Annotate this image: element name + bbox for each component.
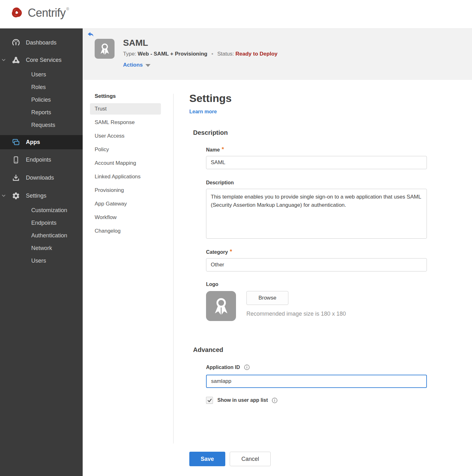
advanced-section-heading: Advanced: [193, 346, 429, 354]
name-input[interactable]: [206, 156, 427, 169]
subnav-item-user-access[interactable]: User Access: [90, 130, 161, 142]
sidebar-item-endpoints[interactable]: Endpoints: [0, 152, 83, 167]
sidebar-item-customization[interactable]: Customization: [0, 204, 83, 217]
sidebar-item-reports[interactable]: Reports: [0, 106, 83, 119]
sidebar-item-label: Downloads: [26, 175, 54, 181]
app-title: SAML: [123, 38, 277, 48]
topbar: Centrify ®: [0, 0, 472, 28]
chevron-down-icon: [2, 58, 6, 62]
sidebar-item-apps[interactable]: Apps: [0, 135, 83, 149]
settings-subnav: Settings Trust SAML Response User Access…: [90, 93, 161, 239]
save-button[interactable]: Save: [189, 452, 225, 466]
sidebar-item-network[interactable]: Network: [0, 242, 83, 254]
download-icon: [11, 174, 20, 182]
subnav-item-workflow[interactable]: Workflow: [90, 212, 161, 223]
caret-down-icon: [145, 64, 150, 67]
sidebar-item-roles[interactable]: Roles: [0, 81, 83, 93]
sidebar-item-dashboards[interactable]: Dashboards: [0, 35, 83, 50]
show-in-user-app-list-checkbox[interactable]: [206, 397, 213, 404]
sidebar-item-label: Settings: [26, 193, 46, 199]
required-marker: *: [230, 249, 232, 254]
settings-submenu: Customization Endpoints Authentication N…: [0, 203, 83, 267]
sidebar-item-endpoints-settings[interactable]: Endpoints: [0, 217, 83, 229]
actions-label: Actions: [123, 62, 143, 68]
actions-dropdown[interactable]: Actions: [123, 62, 277, 68]
category-label: Category *: [206, 249, 429, 255]
sidebar-item-label: Core Services: [26, 57, 62, 63]
sidebar-item-settings[interactable]: Settings: [0, 188, 83, 203]
sidebar-item-label: Apps: [26, 139, 40, 146]
status-badge: Ready to Deploy: [235, 51, 277, 57]
required-marker: *: [222, 147, 224, 152]
logo-preview: [206, 291, 236, 321]
page-title: Settings: [189, 92, 429, 104]
subnav-item-provisioning[interactable]: Provisioning: [90, 185, 161, 196]
description-label: Description: [206, 180, 429, 186]
apps-icon: [11, 138, 20, 146]
subnav-item-account-mapping[interactable]: Account Mapping: [90, 158, 161, 169]
app-logo-tile: [95, 39, 115, 59]
gauge-icon: [11, 39, 20, 47]
brand: Centrify ®: [8, 4, 69, 22]
brand-name: Centrify: [28, 6, 66, 20]
sidebar-item-users[interactable]: Users: [0, 68, 83, 81]
application-id-label: Application ID: [206, 364, 429, 370]
learn-more-link[interactable]: Learn more: [189, 109, 217, 115]
subnav-item-policy[interactable]: Policy: [90, 144, 161, 155]
brand-trademark: ®: [66, 7, 69, 11]
logo-hint: Recommended image size is 180 x 180: [246, 311, 346, 317]
sidebar-item-downloads[interactable]: Downloads: [0, 170, 83, 185]
sidebar-item-authentication[interactable]: Authentication: [0, 229, 83, 242]
app-meta: Type: Web - SAML + Provisioning • Status…: [123, 51, 277, 57]
show-in-user-app-list-label: Show in user app list: [217, 397, 268, 403]
info-icon[interactable]: [244, 364, 250, 370]
sidebar-item-requests[interactable]: Requests: [0, 119, 83, 131]
subnav-item-saml-response[interactable]: SAML Response: [90, 117, 161, 128]
page: Centrify ® Dashboards: [0, 0, 472, 476]
cancel-button[interactable]: Cancel: [230, 452, 271, 466]
description-textarea[interactable]: This template enables you to provide sin…: [206, 189, 427, 239]
app-header: SAML Type: Web - SAML + Provisioning • S…: [83, 28, 472, 80]
subnav-item-linked-applications[interactable]: Linked Applications: [90, 171, 161, 182]
main-content: Settings Learn more Description Name * D…: [189, 92, 429, 466]
name-label: Name *: [206, 147, 429, 153]
phone-icon: [11, 156, 20, 164]
browse-button[interactable]: Browse: [246, 291, 288, 305]
vertical-divider: [173, 94, 174, 443]
back-arrow-icon[interactable]: [87, 31, 94, 38]
sidebar-item-label: Endpoints: [26, 157, 51, 163]
sidebar-item-label: Dashboards: [26, 39, 56, 46]
category-input[interactable]: [206, 258, 427, 271]
subnav-item-trust[interactable]: Trust: [90, 103, 161, 115]
chevron-down-icon: [2, 194, 6, 198]
sidebar: Dashboards Core Services Users Roles Pol…: [0, 28, 83, 476]
sidebar-item-policies[interactable]: Policies: [0, 93, 83, 106]
core-services-icon: [11, 56, 20, 64]
centrify-logo-icon: [8, 4, 25, 22]
check-icon: [207, 398, 212, 403]
ribbon-icon: [97, 42, 112, 56]
meta-separator: •: [211, 51, 213, 57]
logo-label: Logo: [206, 282, 429, 287]
type-label: Type:: [123, 51, 136, 57]
ribbon-icon: [210, 295, 232, 317]
subnav-item-changelog[interactable]: Changelog: [90, 225, 161, 237]
sidebar-item-core-services[interactable]: Core Services: [0, 52, 83, 68]
type-value: Web - SAML + Provisioning: [138, 51, 207, 57]
gear-icon: [11, 192, 20, 200]
subnav-heading: Settings: [90, 93, 161, 103]
sidebar-item-users-settings[interactable]: Users: [0, 254, 83, 267]
subnav-item-app-gateway[interactable]: App Gateway: [90, 198, 161, 210]
application-id-input[interactable]: [206, 375, 427, 388]
core-services-submenu: Users Roles Policies Reports Requests: [0, 68, 83, 131]
info-icon[interactable]: [272, 397, 278, 403]
status-label: Status:: [217, 51, 234, 57]
description-section-heading: Description: [193, 129, 429, 136]
